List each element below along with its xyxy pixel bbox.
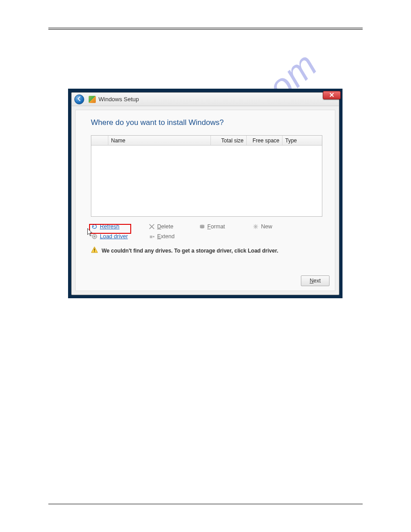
column-name[interactable]: Name: [108, 136, 211, 145]
close-icon: [330, 92, 334, 99]
refresh-label: Refresh: [100, 223, 120, 230]
back-button[interactable]: [74, 94, 84, 104]
svg-rect-4: [94, 249, 95, 251]
load-driver-icon: [91, 233, 98, 240]
format-link[interactable]: Format: [198, 223, 252, 230]
page-heading: Where do you want to install Windows?: [91, 118, 322, 127]
window-title: Windows Setup: [98, 96, 139, 103]
main-panel: Where do you want to install Windows? Na…: [75, 110, 335, 291]
windows-setup-icon: [89, 96, 96, 103]
delete-icon: [148, 223, 155, 230]
screenshot-container: Windows Setup Where do you want to insta…: [68, 89, 342, 298]
extend-label: Extend: [157, 233, 175, 240]
column-free-space[interactable]: Free space: [247, 136, 283, 145]
page-rule-top: [48, 28, 363, 30]
page-rule-bottom: [48, 504, 363, 504]
windows-setup-window: Windows Setup Where do you want to insta…: [71, 92, 339, 295]
drive-list-header: Name Total size Free space Type: [91, 136, 322, 146]
column-icon: [91, 136, 108, 145]
column-total-size[interactable]: Total size: [211, 136, 247, 145]
new-label: New: [261, 223, 272, 230]
new-link[interactable]: New: [252, 223, 297, 230]
delete-label: Delete: [157, 223, 173, 230]
warning-row: We couldn't find any drives. To get a st…: [91, 246, 322, 255]
svg-point-2: [94, 236, 95, 237]
next-button[interactable]: Next: [301, 275, 330, 286]
load-driver-label: Load driver: [100, 233, 128, 240]
close-button[interactable]: [323, 91, 341, 99]
action-row: Refresh Delete Format: [91, 223, 322, 240]
svg-rect-3: [150, 236, 152, 238]
svg-rect-5: [94, 251, 95, 252]
refresh-link[interactable]: Refresh: [91, 223, 148, 230]
drive-list[interactable]: Name Total size Free space Type: [91, 135, 322, 217]
next-label: Next: [310, 278, 321, 284]
warning-icon: [91, 246, 98, 255]
titlebar: Windows Setup: [72, 93, 339, 106]
column-type[interactable]: Type: [283, 136, 322, 145]
warning-text: We couldn't find any drives. To get a st…: [102, 248, 278, 254]
refresh-icon: [91, 223, 98, 230]
format-label: Format: [207, 223, 225, 230]
extend-icon: [148, 233, 155, 240]
extend-link[interactable]: Extend: [148, 233, 198, 240]
delete-link[interactable]: Delete: [148, 223, 198, 230]
new-icon: [252, 223, 259, 230]
arrow-left-icon: [77, 96, 82, 103]
format-icon: [198, 223, 206, 230]
load-driver-link[interactable]: Load driver: [91, 233, 148, 240]
